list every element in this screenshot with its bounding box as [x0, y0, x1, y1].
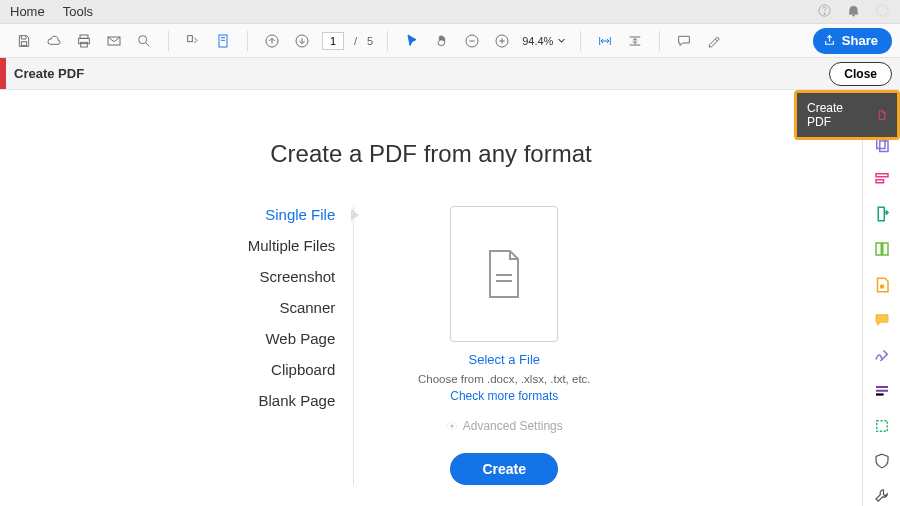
rail-protect-icon[interactable]	[872, 451, 892, 470]
svg-rect-20	[882, 243, 887, 255]
svg-rect-19	[876, 243, 881, 255]
svg-rect-16	[879, 141, 887, 152]
page-thumbnails-icon[interactable]	[183, 31, 203, 51]
toolbar-nav-group: / 5	[256, 31, 379, 51]
rail-organize-icon[interactable]	[872, 240, 892, 259]
toolbar-annot-group	[668, 31, 730, 51]
toolbar-sep	[247, 31, 248, 51]
toolbar-view-group: 94.4%	[396, 31, 572, 51]
svg-point-8	[139, 35, 147, 43]
rail-export-icon[interactable]	[872, 205, 892, 224]
comment-icon[interactable]	[674, 31, 694, 51]
toolbar-file-group	[8, 31, 160, 51]
page-number-input[interactable]	[322, 32, 344, 50]
create-button[interactable]: Create	[450, 453, 558, 485]
menubar-menus: Home Tools	[10, 4, 93, 19]
panel-header: Create PDF Close	[0, 58, 900, 90]
toolbar-sep	[168, 31, 169, 51]
search-icon[interactable]	[134, 31, 154, 51]
right-rail	[862, 90, 900, 506]
toolbar: / 5 94.4% Share	[0, 24, 900, 58]
create-form: Select a File Choose from .docx, .xlsx, …	[394, 206, 614, 485]
fit-width-icon[interactable]	[595, 31, 615, 51]
menubar: Home Tools	[0, 0, 900, 24]
rail-comment-icon[interactable]	[872, 310, 892, 329]
gear-icon	[446, 420, 458, 432]
select-file-link[interactable]: Select a File	[468, 352, 540, 367]
create-pane: Single File Multiple Files Screenshot Sc…	[248, 206, 615, 485]
svg-point-1	[824, 13, 825, 14]
svg-rect-9	[188, 35, 193, 41]
svg-point-23	[450, 425, 453, 428]
menubar-status	[817, 3, 890, 21]
page-sep: /	[354, 35, 357, 47]
toolbar-page-group	[177, 31, 239, 51]
pointer-icon[interactable]	[402, 31, 422, 51]
share-label: Share	[842, 33, 878, 48]
zoom-in-icon[interactable]	[492, 31, 512, 51]
page-total: 5	[367, 35, 373, 47]
svg-rect-17	[876, 174, 888, 177]
source-clipboard[interactable]: Clipboard	[271, 361, 335, 378]
main-content: Create a PDF from any format Single File…	[0, 90, 862, 506]
zoom-level[interactable]: 94.4%	[522, 35, 566, 47]
menu-home[interactable]: Home	[10, 4, 45, 19]
highlight-icon[interactable]	[704, 31, 724, 51]
page-display-icon[interactable]	[213, 31, 233, 51]
email-icon[interactable]	[104, 31, 124, 51]
svg-rect-18	[876, 180, 884, 183]
file-icon	[484, 249, 524, 299]
source-blank-page[interactable]: Blank Page	[259, 392, 336, 409]
menu-tools[interactable]: Tools	[63, 4, 93, 19]
page-down-icon[interactable]	[292, 31, 312, 51]
page-up-icon[interactable]	[262, 31, 282, 51]
toolbar-sep	[387, 31, 388, 51]
help-icon[interactable]	[817, 3, 832, 21]
callout[interactable]: Create PDF	[797, 93, 897, 137]
cloud-icon[interactable]	[44, 31, 64, 51]
more-formats-link[interactable]: Check more formats	[450, 389, 558, 403]
svg-point-21	[879, 284, 884, 289]
share-button[interactable]: Share	[813, 28, 892, 54]
source-web-page[interactable]: Web Page	[265, 330, 335, 347]
callout-label: Create PDF	[807, 101, 852, 129]
toolbar-sep	[659, 31, 660, 51]
toolbar-fit-group	[589, 31, 651, 51]
svg-rect-4	[80, 35, 88, 38]
rail-fill-sign-icon[interactable]	[872, 346, 892, 365]
file-hint: Choose from .docx, .xlsx, .txt, etc.	[418, 373, 591, 385]
account-icon[interactable]	[875, 3, 890, 21]
source-scanner[interactable]: Scanner	[279, 299, 335, 316]
print-icon[interactable]	[74, 31, 94, 51]
zoom-out-icon[interactable]	[462, 31, 482, 51]
advanced-settings: Advanced Settings	[446, 419, 563, 433]
svg-rect-3	[21, 41, 26, 45]
rail-edit-icon[interactable]	[872, 169, 892, 188]
source-list: Single File Multiple Files Screenshot Sc…	[248, 206, 355, 485]
rail-optimize-icon[interactable]	[872, 416, 892, 435]
file-dropzone[interactable]	[450, 206, 558, 342]
create-pdf-icon	[876, 107, 887, 123]
close-button[interactable]: Close	[829, 62, 892, 86]
bell-icon[interactable]	[846, 3, 861, 21]
rail-redact-icon[interactable]	[872, 381, 892, 400]
fit-page-icon[interactable]	[625, 31, 645, 51]
svg-rect-22	[876, 421, 887, 432]
save-icon[interactable]	[14, 31, 34, 51]
source-multiple-files[interactable]: Multiple Files	[248, 237, 336, 254]
callout-highlight: Create PDF	[794, 90, 900, 140]
hand-icon[interactable]	[432, 31, 452, 51]
source-single-file[interactable]: Single File	[265, 206, 335, 223]
svg-rect-10	[219, 35, 227, 47]
toolbar-sep	[580, 31, 581, 51]
rail-sign-icon[interactable]	[872, 275, 892, 294]
panel-title: Create PDF	[14, 66, 84, 81]
svg-rect-6	[81, 42, 88, 47]
svg-point-2	[877, 4, 888, 15]
page-heading: Create a PDF from any format	[270, 140, 591, 168]
rail-more-tools-icon[interactable]	[872, 487, 892, 506]
panel-accent	[0, 58, 6, 89]
source-screenshot[interactable]: Screenshot	[259, 268, 335, 285]
